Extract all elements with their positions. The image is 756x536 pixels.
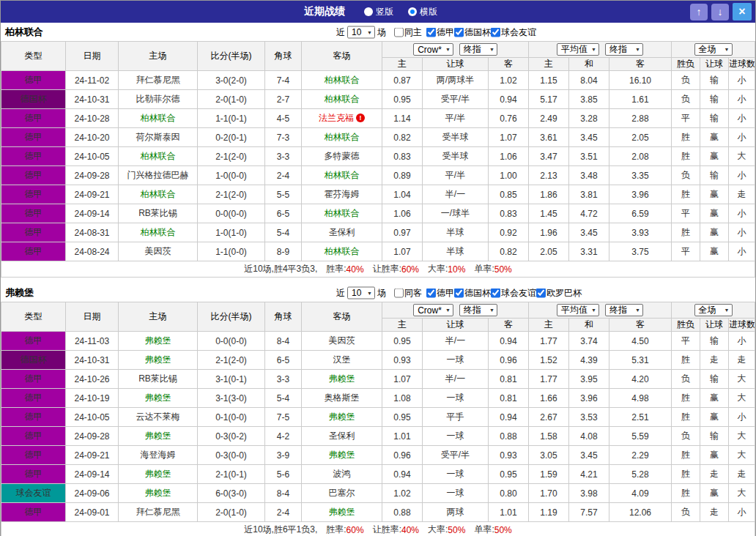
away-team-cell: 弗赖堡: [302, 370, 382, 389]
filter-checkbox-同客[interactable]: 同客: [394, 286, 422, 299]
chevron-down-icon: ▼: [591, 308, 596, 313]
match-row: 德甲24-10-05云达不莱梅0-1(0-0)7-5弗赖堡0.95平手0.942…: [1, 408, 755, 427]
match-row: 德甲24-10-26RB莱比锡3-1(0-1)3-3弗赖堡1.07半/一0.81…: [1, 370, 755, 389]
handicap-cell: 受半球: [423, 147, 489, 166]
checkbox-input[interactable]: [426, 288, 436, 297]
league-type-cell: 德甲: [1, 332, 66, 351]
select-value: 平均值: [561, 43, 588, 56]
handicap-cell: 一球: [423, 389, 489, 408]
asian-home-odds-cell: 0.94: [382, 465, 423, 484]
layout-option-horizontal[interactable]: 横版: [408, 6, 437, 18]
asian-away-odds-cell: 1.06: [489, 147, 529, 166]
home-team-cell: 柏林联合: [119, 109, 198, 128]
handicap-result-cell: 赢: [700, 223, 729, 242]
checkbox-input[interactable]: [394, 27, 404, 37]
match-row: 德甲24-10-28柏林联合1-1(0-1)4-5法兰克福!1.14平/半0.7…: [1, 109, 755, 128]
corner-cell: 2-4: [265, 503, 302, 522]
match-row: 德甲24-08-24美因茨1-1(0-0)8-9柏林联合1.07半球0.822.…: [1, 242, 755, 261]
filter-checkbox-同主[interactable]: 同主: [394, 26, 422, 38]
scroll-up-button[interactable]: ↑: [690, 4, 708, 21]
asian-odds-type-select[interactable]: 终指▼: [459, 43, 497, 56]
filter-checkbox-德国杯[interactable]: 德国杯: [454, 26, 491, 38]
euro-draw-odds-cell: 3.53: [569, 408, 609, 427]
score-cell: 2-0(1-0): [198, 90, 265, 109]
checkbox-input[interactable]: [454, 27, 464, 37]
away-team-cell: 弗赖堡: [302, 408, 382, 427]
checkbox-input[interactable]: [491, 288, 500, 297]
result-cell: 平: [672, 204, 700, 223]
layout-option-vertical[interactable]: 竖版: [364, 6, 393, 18]
asian-home-odds-cell: 1.08: [382, 389, 423, 408]
home-team-cell: 拜仁慕尼黑: [119, 71, 198, 90]
score-cell: 3-1(3-0): [198, 389, 265, 408]
summary-stat-value: 50%: [494, 525, 512, 535]
score-cell: 1-1(0-1): [198, 109, 265, 128]
asian-away-odds-cell: 0.94: [489, 90, 529, 109]
goals-result-cell: 大: [729, 389, 755, 408]
goals-result-cell: 小: [729, 128, 755, 147]
euro-away-odds-cell: 3.35: [609, 166, 672, 185]
checkbox-input[interactable]: [394, 288, 404, 297]
filter-checkbox-球会友谊[interactable]: 球会友谊: [491, 286, 536, 299]
home-team-cell: RB莱比锡: [119, 204, 198, 223]
handicap-result-cell: 输: [700, 71, 729, 90]
col-subheader-asian-away: 客: [489, 319, 529, 332]
asian-odds-type-select[interactable]: 终指▼: [459, 304, 497, 316]
bookmaker-select[interactable]: Crow*▼: [413, 304, 453, 316]
filter-checkbox-德甲[interactable]: 德甲: [426, 26, 454, 38]
match-count-select[interactable]: 10 ▼: [347, 26, 375, 38]
checkbox-input[interactable]: [454, 288, 464, 297]
filter-checkbox-德国杯[interactable]: 德国杯: [454, 286, 491, 299]
handicap-cell: 受平/半: [423, 90, 489, 109]
team-section-freiburg: 弗赖堡 近 10 ▼ 场 同客德甲德国杯球会友谊欧罗巴杯 类型 日期 主场: [1, 283, 755, 536]
handicap-cell: 两/两球半: [423, 71, 489, 90]
filter-checkbox-欧罗巴杯[interactable]: 欧罗巴杯: [536, 286, 582, 299]
date-cell: 24-09-21: [66, 185, 119, 204]
col-subheader-asian-home: 主: [382, 319, 423, 332]
chevron-down-icon: ▼: [724, 47, 730, 52]
match-count-select[interactable]: 10 ▼: [347, 286, 375, 299]
checkbox-input[interactable]: [491, 27, 500, 37]
checkbox-label: 欧罗巴杯: [546, 286, 582, 299]
summary-stat-value: 40%: [401, 525, 419, 535]
league-type-cell: 球会友谊: [1, 484, 66, 503]
euro-odds-type-select[interactable]: 终指▼: [605, 304, 643, 316]
euro-away-odds-cell: 4.50: [609, 332, 672, 351]
match-count-value: 10: [352, 288, 361, 298]
checkbox-input[interactable]: [426, 27, 436, 37]
filter-checkbox-德甲[interactable]: 德甲: [426, 286, 454, 299]
corner-cell: 8-9: [265, 242, 302, 261]
euro-away-odds-cell: 1.61: [609, 90, 672, 109]
match-row: 德甲24-09-28门兴格拉德巴赫1-0(0-0)2-4柏林联合0.89平/半1…: [1, 166, 755, 185]
close-icon[interactable]: ×: [733, 3, 752, 21]
league-type-cell: 德甲: [1, 408, 66, 427]
asian-home-odds-cell: 0.97: [382, 223, 423, 242]
scroll-down-button[interactable]: ↓: [711, 4, 729, 21]
euro-odds-source-select[interactable]: 平均值▼: [557, 304, 599, 316]
asian-away-odds-cell: 1.00: [489, 166, 529, 185]
corner-cell: 8-4: [265, 332, 302, 351]
score-cell: 2-1(2-0): [198, 185, 265, 204]
away-team-cell: 汉堡: [302, 351, 382, 370]
handicap-result-cell: 赢: [700, 484, 729, 503]
corner-cell: 4-5: [265, 109, 302, 128]
away-team-cell: 柏林联合: [302, 128, 382, 147]
summary-stats: 胜率:60%让胜率:40%大率:50%单率:50%: [317, 524, 512, 536]
result-scope-select[interactable]: 全场▼: [694, 43, 733, 56]
filter-checkbox-球会友谊[interactable]: 球会友谊: [491, 26, 536, 38]
filter-bar: 近 10 ▼ 场 同主德甲德国杯球会友谊: [336, 26, 536, 38]
euro-home-odds-cell: 1.58: [529, 427, 569, 446]
euro-draw-odds-cell: 3.96: [569, 389, 609, 408]
euro-odds-controls: 平均值▼ 终指▼: [529, 42, 672, 58]
radio-unselected-icon[interactable]: [364, 7, 373, 16]
corner-cell: 8-4: [265, 484, 302, 503]
euro-away-odds-cell: 2.05: [609, 128, 672, 147]
result-scope-select[interactable]: 全场▼: [694, 304, 733, 316]
score-cell: 3-1(0-1): [198, 370, 265, 389]
radio-selected-icon[interactable]: [408, 7, 417, 16]
bookmaker-select[interactable]: Crow*▼: [413, 43, 453, 56]
select-value: 全场: [699, 43, 716, 56]
checkbox-input[interactable]: [536, 288, 546, 297]
euro-odds-source-select[interactable]: 平均值▼: [557, 43, 599, 56]
euro-odds-type-select[interactable]: 终指▼: [605, 43, 643, 56]
